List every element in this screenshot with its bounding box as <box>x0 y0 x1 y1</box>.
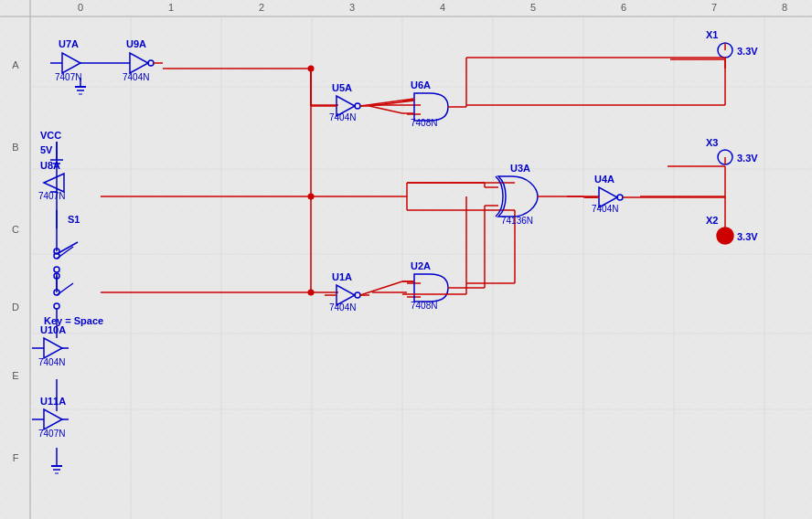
u10a-sub: 7404N <box>38 357 65 367</box>
row-label-F: F <box>13 452 19 463</box>
u11a-label: U11A <box>40 396 66 407</box>
vcc-label: VCC <box>40 130 61 141</box>
col-label-7: 7 <box>711 2 717 13</box>
u5a-sub: 7404N <box>329 112 356 122</box>
u5a-label: U5A <box>332 82 352 93</box>
schematic-canvas: 0 1 2 3 4 5 6 7 8 A B C D E F <box>0 0 812 519</box>
u3a-label: U3A <box>510 163 530 174</box>
x2-3v: 3.3V <box>737 231 758 242</box>
u3a-sub: 74136N <box>501 216 533 226</box>
col-label-8: 8 <box>782 2 787 13</box>
col-label-1: 1 <box>168 2 174 13</box>
u6a-label: U6A <box>411 79 431 90</box>
u11a-sub: 7407N <box>38 429 65 439</box>
col-label-6: 6 <box>621 2 626 13</box>
col-label-3: 3 <box>349 2 355 13</box>
u8a-label: U8A <box>40 160 60 171</box>
vcc-5v: 5V <box>40 144 53 155</box>
col-label-0: 0 <box>78 2 83 13</box>
u8a-sub: 7407N <box>38 191 65 201</box>
u1a-sub: 7404N <box>329 302 356 312</box>
u1a-label: U1A <box>332 271 352 282</box>
row-label-A: A <box>12 59 19 70</box>
row-label-B: B <box>12 142 18 153</box>
u9a-label: U9A <box>126 38 146 49</box>
x3-3v: 3.3V <box>737 153 758 164</box>
x2-label: X2 <box>706 215 718 226</box>
u4a-sub: 7404N <box>592 204 618 214</box>
x3-label: X3 <box>706 137 718 148</box>
row-label-E: E <box>12 370 18 381</box>
u2a-sub: 7408N <box>411 301 437 311</box>
u7a-label: U7A <box>59 38 79 49</box>
u9a-sub: 7404N <box>123 72 149 82</box>
x1-label: X1 <box>706 29 718 40</box>
col-label-5: 5 <box>530 2 536 13</box>
s1-label: S1 <box>68 214 80 225</box>
key-space-label: Key = Space <box>44 315 103 326</box>
u6a-sub: 7408N <box>411 118 437 128</box>
svg-point-116 <box>308 290 315 296</box>
u2a-label: U2A <box>411 260 431 271</box>
u7a-sub: 7407N <box>55 72 81 82</box>
row-label-D: D <box>12 302 19 312</box>
col-label-4: 4 <box>440 2 445 13</box>
svg-point-108 <box>717 228 733 244</box>
col-label-2: 2 <box>259 2 264 13</box>
u4a-label: U4A <box>594 174 614 185</box>
x1-3v: 3.3V <box>737 46 758 57</box>
row-label-C: C <box>12 224 19 235</box>
